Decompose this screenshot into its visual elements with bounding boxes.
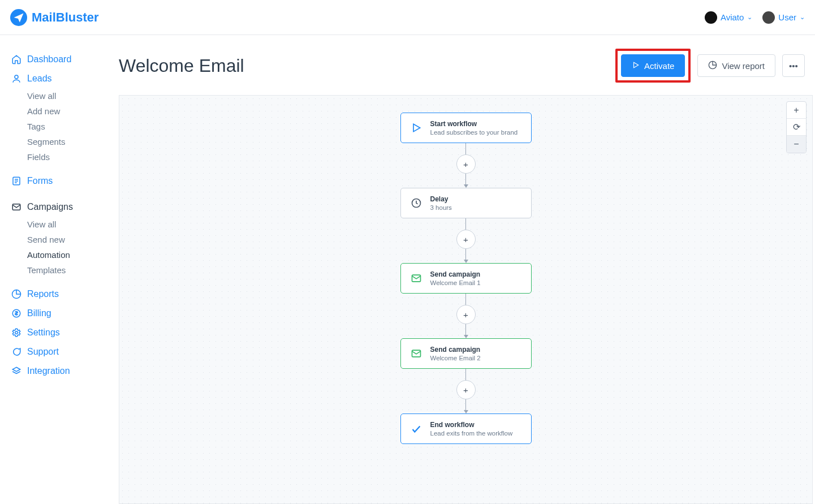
sidebar-sub-campaigns-sendnew[interactable]: Send new [11, 232, 119, 247]
sidebar: Dashboard Leads View all Add new Tags Se… [0, 35, 119, 504]
sidebar-label: Forms [27, 176, 53, 186]
svg-point-5 [15, 331, 18, 334]
mail-icon [11, 202, 21, 212]
paper-plane-icon [10, 9, 27, 26]
sidebar-sub-campaigns-viewall[interactable]: View all [11, 217, 119, 232]
sidebar-label: Integration [27, 366, 70, 376]
svg-point-1 [15, 75, 18, 79]
node-title: Start workflow [430, 120, 518, 128]
sidebar-sub-leads-fields[interactable]: Fields [11, 149, 119, 165]
plus-icon: + [463, 235, 468, 244]
play-icon [632, 61, 640, 71]
workflow-node-start[interactable]: Start workflow Lead subscribes to your b… [400, 113, 532, 143]
add-step-button[interactable]: + [456, 305, 476, 324]
header-right: Aviato ⌄ User ⌄ [705, 11, 805, 24]
brand-logo[interactable]: MailBluster [10, 9, 99, 26]
canvas-controls: + ⟳ − [786, 101, 807, 153]
sidebar-item-settings[interactable]: Settings [11, 323, 119, 342]
zoom-in-button[interactable]: + [787, 102, 806, 119]
workflow-node-campaign[interactable]: Send campaign Welcome Email 1 [400, 263, 532, 294]
activate-button[interactable]: Activate [621, 54, 685, 77]
sidebar-sub-leads-viewall[interactable]: View all [11, 88, 119, 104]
dollar-icon [11, 308, 21, 318]
reset-zoom-button[interactable]: ⟳ [787, 119, 806, 136]
sidebar-item-support[interactable]: Support [11, 342, 119, 361]
workflow-node-campaign[interactable]: Send campaign Welcome Email 2 [400, 338, 532, 369]
chevron-down-icon: ⌄ [747, 14, 752, 21]
plus-icon: + [463, 310, 468, 320]
svg-marker-7 [413, 124, 420, 131]
refresh-icon: ⟳ [793, 122, 800, 132]
sidebar-label: Billing [27, 308, 51, 318]
add-step-button[interactable]: + [456, 154, 476, 174]
add-step-button[interactable]: + [456, 230, 476, 249]
workspace-switcher[interactable]: Aviato ⌄ [705, 11, 752, 24]
sidebar-item-dashboard[interactable]: Dashboard [11, 50, 119, 69]
brand-name: MailBluster [32, 10, 99, 25]
node-title: Send campaign [430, 346, 481, 354]
workflow-node-end[interactable]: End workflow Lead exits from the workflo… [400, 413, 532, 444]
main-content: Welcome Email Activate View report ••• [119, 35, 815, 504]
add-step-button[interactable]: + [456, 380, 476, 399]
user-icon [11, 74, 21, 84]
clock-icon [410, 197, 422, 209]
plus-icon: + [463, 385, 468, 395]
chevron-down-icon: ⌄ [800, 14, 805, 21]
svg-marker-6 [634, 62, 639, 67]
node-subtitle: 3 hours [430, 204, 452, 211]
app-header: MailBluster Aviato ⌄ User ⌄ [0, 0, 815, 35]
node-title: Send campaign [430, 270, 481, 278]
home-icon [11, 54, 21, 64]
zoom-out-button[interactable]: − [787, 136, 806, 153]
sidebar-sub-campaigns-automation[interactable]: Automation [11, 247, 119, 262]
workspace-name: Aviato [721, 12, 744, 22]
workflow-node-delay[interactable]: Delay 3 hours [400, 188, 532, 218]
view-report-label: View report [722, 61, 765, 71]
node-subtitle: Welcome Email 2 [430, 355, 481, 361]
node-subtitle: Lead subscribes to your brand [430, 129, 518, 136]
sidebar-label: Dashboard [27, 54, 71, 64]
sidebar-item-integration[interactable]: Integration [11, 361, 119, 381]
more-options-button[interactable]: ••• [782, 54, 805, 77]
workflow-connector: + [456, 218, 476, 263]
sidebar-label: Settings [27, 328, 60, 338]
sidebar-item-leads[interactable]: Leads [11, 69, 119, 88]
check-icon [410, 423, 422, 435]
mail-icon [410, 347, 422, 360]
chat-icon [11, 347, 21, 357]
node-subtitle: Welcome Email 1 [430, 279, 481, 286]
sidebar-label: Campaigns [27, 202, 73, 212]
activate-label: Activate [644, 61, 674, 71]
sidebar-label: Reports [27, 289, 59, 299]
sidebar-item-forms[interactable]: Forms [11, 171, 119, 191]
plus-icon: + [463, 160, 468, 169]
page-actions: Activate View report ••• [615, 49, 805, 83]
view-report-button[interactable]: View report [697, 54, 775, 77]
sidebar-label: Support [27, 347, 59, 357]
node-title: End workflow [430, 421, 513, 429]
pie-chart-icon [708, 61, 717, 71]
workspace-avatar [705, 11, 717, 24]
sidebar-item-billing[interactable]: Billing [11, 304, 119, 323]
activate-highlight: Activate [615, 49, 691, 83]
chart-icon [11, 289, 21, 299]
workflow-connector: + [456, 143, 476, 188]
plus-icon: + [794, 105, 799, 115]
sidebar-sub-campaigns-templates[interactable]: Templates [11, 262, 119, 278]
automation-canvas[interactable]: + ⟳ − Start workflow Lead subscribes to … [119, 95, 813, 504]
sidebar-item-reports[interactable]: Reports [11, 285, 119, 304]
workflow-flow: Start workflow Lead subscribes to your b… [400, 113, 532, 444]
user-name: User [778, 12, 796, 22]
sidebar-label: Leads [27, 74, 52, 84]
sidebar-sub-leads-tags[interactable]: Tags [11, 119, 119, 134]
node-title: Delay [430, 195, 452, 203]
mail-icon [410, 272, 422, 285]
sidebar-item-campaigns[interactable]: Campaigns [11, 197, 119, 217]
gear-icon [11, 328, 21, 338]
sidebar-sub-leads-addnew[interactable]: Add new [11, 104, 119, 119]
user-menu[interactable]: User ⌄ [762, 11, 805, 24]
sidebar-sub-leads-segments[interactable]: Segments [11, 134, 119, 149]
user-avatar [762, 11, 775, 24]
form-icon [11, 176, 21, 186]
workflow-connector: + [456, 294, 476, 338]
